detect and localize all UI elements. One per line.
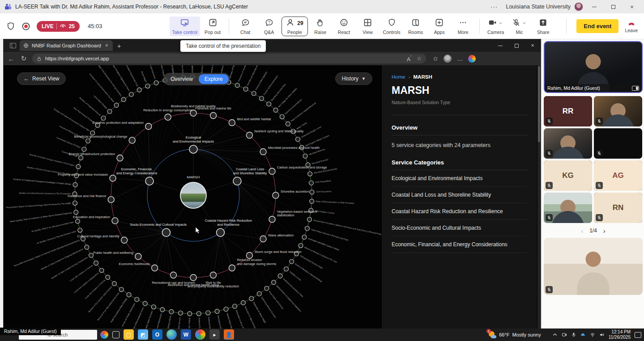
taskbar-app-stream[interactable]: ▸	[209, 329, 220, 340]
participant-tile[interactable]: KG	[544, 160, 592, 191]
chevron-down-icon[interactable]	[498, 19, 503, 27]
pager-next-icon[interactable]: ›	[603, 227, 606, 235]
outer-node[interactable]	[178, 311, 183, 315]
toolbar-button-camera[interactable]: Camera	[485, 17, 507, 36]
outer-node[interactable]	[206, 311, 210, 315]
browser-minimize-button[interactable]	[492, 40, 508, 51]
parameter-node[interactable]	[269, 216, 275, 223]
parameter-node[interactable]	[145, 123, 152, 130]
outer-node[interactable]	[137, 88, 141, 92]
service-category-item[interactable]: Ecological and Environmental Impacts	[392, 170, 527, 187]
parameter-node[interactable]	[260, 236, 266, 242]
weather-widget[interactable]: 1 66°F Mostly sunny	[488, 331, 541, 339]
outer-node[interactable]	[309, 181, 314, 185]
breadcrumb-home-link[interactable]: Home	[392, 74, 405, 80]
tab-overview[interactable]: Overview	[165, 74, 199, 84]
outer-node[interactable]	[310, 190, 314, 194]
outer-node[interactable]	[82, 147, 86, 152]
toolbar-button-people[interactable]: 29People	[281, 17, 307, 36]
outer-node[interactable]	[135, 297, 139, 302]
account-avatar[interactable]	[574, 2, 583, 11]
taskbar-app-file-explorer[interactable]: ▢	[124, 329, 134, 340]
toolbar-button-pop-out[interactable]: Pop out	[201, 17, 224, 36]
browser-tab[interactable]: NNBF Radial Graph Dashboard ×	[20, 40, 113, 51]
browser-profile-avatar[interactable]	[444, 55, 452, 63]
outer-node[interactable]	[196, 312, 201, 316]
outer-node[interactable]	[121, 97, 126, 102]
bottom-video-tile[interactable]	[544, 238, 643, 295]
outer-node[interactable]	[267, 102, 271, 106]
outer-node[interactable]	[114, 103, 119, 107]
parameter-node[interactable]	[210, 112, 217, 118]
outer-node[interactable]	[188, 312, 192, 316]
outer-node[interactable]	[215, 309, 219, 314]
outer-node[interactable]	[302, 235, 307, 240]
participant-tile[interactable]: RN	[594, 193, 642, 223]
outer-node[interactable]	[259, 96, 264, 101]
outer-node[interactable]	[299, 243, 303, 248]
notification-icon[interactable]	[635, 332, 641, 338]
toolbar-button-react[interactable]: React	[333, 17, 355, 36]
outer-node[interactable]	[154, 80, 158, 85]
category-node[interactable]	[189, 145, 197, 153]
participant-tile[interactable]	[594, 96, 642, 126]
parameter-node[interactable]	[260, 148, 266, 155]
parameter-node[interactable]	[135, 253, 141, 260]
outer-node[interactable]	[290, 259, 294, 264]
parameter-node[interactable]	[269, 168, 275, 174]
outer-node[interactable]	[127, 293, 131, 297]
security-shield-icon[interactable]	[6, 22, 15, 31]
parameter-node[interactable]	[121, 237, 128, 243]
outer-node[interactable]	[85, 245, 89, 249]
tray-onedrive-icon[interactable]	[580, 332, 586, 337]
outer-node[interactable]	[233, 304, 237, 308]
outer-node[interactable]	[143, 301, 147, 306]
toolbar-button-apps[interactable]: Apps	[428, 17, 451, 36]
outer-node[interactable]	[249, 296, 254, 301]
address-field[interactable]: https://nnbfgraph.vercel.app Aʼ ☆	[32, 54, 426, 63]
toolbar-button-chat[interactable]: Chat	[234, 17, 256, 36]
back-icon[interactable]: ←	[7, 55, 15, 63]
outer-node[interactable]	[235, 83, 239, 88]
titlebar-more-icon[interactable]: ···	[486, 3, 502, 10]
category-node[interactable]	[145, 177, 154, 185]
outer-node[interactable]	[252, 91, 256, 96]
taskbar-clock[interactable]: 12:14 PM 11/26/2025	[609, 329, 631, 340]
refresh-icon[interactable]: ↻	[20, 55, 28, 63]
parameter-node[interactable]	[112, 218, 118, 224]
recording-icon[interactable]	[21, 22, 30, 31]
favorite-star-icon[interactable]: ☆	[417, 55, 422, 62]
outer-node[interactable]	[145, 84, 150, 88]
toolbar-button-raise[interactable]: Raise	[309, 17, 332, 36]
parameter-node[interactable]	[152, 265, 158, 271]
participant-tile[interactable]: RR	[544, 96, 592, 126]
outer-node[interactable]	[76, 164, 81, 169]
outer-node[interactable]	[286, 122, 290, 126]
outer-node[interactable]	[106, 275, 110, 279]
parameter-node[interactable]	[246, 132, 252, 138]
outer-node[interactable]	[280, 114, 284, 119]
outer-node[interactable]	[272, 280, 276, 285]
parameter-node[interactable]	[117, 155, 123, 161]
outer-node[interactable]	[119, 287, 124, 292]
outer-node[interactable]	[160, 307, 165, 312]
parameter-node[interactable]	[210, 272, 217, 278]
tray-mic-icon[interactable]	[571, 332, 576, 337]
main-video-tile[interactable]: Rahim, Md Adilur (Guest)	[544, 41, 643, 93]
pager-prev-icon[interactable]: ‹	[581, 227, 583, 235]
toolbar-button-share[interactable]: Share	[532, 17, 554, 36]
outer-node[interactable]	[169, 309, 174, 314]
taskbar-app-photos[interactable]: ◩	[138, 329, 148, 340]
outer-node[interactable]	[284, 267, 289, 271]
outer-node[interactable]	[73, 182, 77, 187]
outer-node[interactable]	[107, 109, 112, 114]
tray-speaker-icon[interactable]	[599, 332, 605, 337]
service-category-item[interactable]: Economic, Financial, and Energy Consider…	[392, 236, 527, 253]
tray-chevron-icon[interactable]	[552, 332, 558, 337]
outer-node[interactable]	[86, 139, 90, 143]
end-event-button[interactable]: End event	[576, 19, 618, 33]
outer-node[interactable]	[257, 291, 261, 296]
outer-node[interactable]	[307, 217, 311, 222]
outer-node[interactable]	[264, 286, 269, 290]
outer-node[interactable]	[310, 199, 314, 203]
